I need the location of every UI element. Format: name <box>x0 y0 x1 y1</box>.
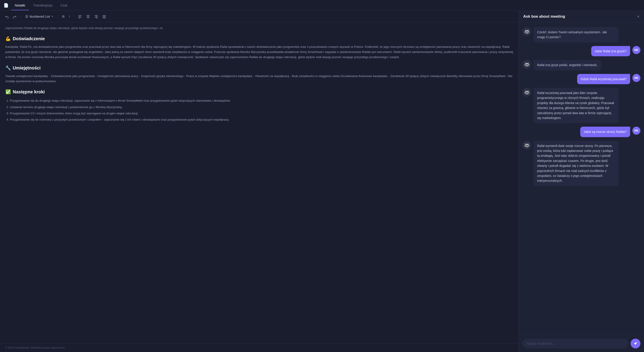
list-type-label: Numbered List <box>30 15 50 18</box>
chat-messages: 🦝 Cześć! Jestem Twoim wirtualnym asysten… <box>519 22 644 335</box>
section-heading-umiejetnosci: 🔧 Umiejętności <box>5 64 513 71</box>
toolbar: ☰ Numbered List ▼ B I <box>0 11 518 22</box>
section-doswiadczenie: 💪 Doświadczenie Kandydat, Rafał Fic, ma … <box>5 35 513 60</box>
chat-panel: Ask boe about meeting × 🦝 Cześć! Jestem … <box>519 11 644 352</box>
toolbar-divider-3 <box>74 14 74 19</box>
align-left-button[interactable] <box>77 14 83 19</box>
bold-button[interactable]: B <box>61 14 66 19</box>
message-bubble-bot: Cześć! Jestem Twoim wirtualnym asystente… <box>534 27 618 42</box>
document-icon: 📄 <box>4 3 8 8</box>
align-right-button[interactable] <box>93 14 99 19</box>
main-layout: ☰ Numbered List ▼ B I zaproszeniem Ra <box>0 11 644 352</box>
svg-rect-13 <box>103 16 106 16</box>
chevron-down-icon: ▼ <box>51 15 54 18</box>
notes-panel: ☰ Numbered List ▼ B I zaproszeniem Ra <box>0 11 519 352</box>
italic-button[interactable]: I <box>68 14 71 19</box>
note-intro: zaproszeniem Rafała do drugiego etapu re… <box>5 26 513 31</box>
svg-rect-10 <box>94 17 98 17</box>
list-item: Przygotowanie się do drugiego etapu rekr… <box>10 98 513 103</box>
toolbar-divider-1 <box>20 14 21 19</box>
undo-button[interactable] <box>4 14 10 19</box>
list-item: Przygotowanie się do rozmowy z przyszłym… <box>10 117 513 122</box>
chat-header: Ask boe about meeting × <box>519 11 644 22</box>
avatar-user: ME <box>632 46 640 54</box>
tab-transkrypcja[interactable]: Transkrypcja <box>30 1 56 10</box>
section-nastepne-kroki: ✅ Następne kroki Przygotowanie się do dr… <box>5 88 513 122</box>
message-bubble-bot: Rafał wcześniej pracował jako lider zesp… <box>534 88 618 123</box>
avatar-bot: 🦝 <box>522 60 531 69</box>
svg-rect-3 <box>78 18 80 18</box>
section-body-doswiadczenie: Kandydat, Rafał Fic, ma doświadczenie ja… <box>5 44 513 60</box>
svg-rect-8 <box>94 15 98 16</box>
toolbar-divider-2 <box>58 14 58 19</box>
chat-title: Ask boe about meeting <box>523 14 565 19</box>
svg-rect-12 <box>103 15 106 16</box>
list-item: Ustalenie terminu drugiego etapu rekruta… <box>10 105 513 110</box>
align-center-button[interactable] <box>85 14 91 19</box>
tab-czat[interactable]: Czat <box>57 1 71 10</box>
svg-rect-4 <box>86 15 90 16</box>
svg-rect-2 <box>78 17 82 17</box>
message-row: 🦝 Rafał wymienił dwie swoje mocne strony… <box>522 141 640 186</box>
section-umiejetnosci: 🔧 Umiejętności Twarde umiejętności kandy… <box>5 64 513 84</box>
message-bubble-user: Jakie są mocne strony Rafała? <box>580 127 630 137</box>
svg-rect-5 <box>87 16 89 16</box>
svg-rect-9 <box>96 16 98 16</box>
notes-footer: © 2023 SmartyMeet, Wszelkie prawa zastrz… <box>0 343 518 352</box>
message-row: ME Jakie są mocne strony Rafała? <box>522 127 640 137</box>
svg-rect-6 <box>86 17 90 17</box>
svg-rect-7 <box>87 18 89 18</box>
message-bubble-bot: Rafał zna język polski, angielski i niem… <box>534 60 601 70</box>
message-row: 🦝 Rafał wcześniej pracował jako lider ze… <box>522 88 640 123</box>
message-bubble-user: Gdzie Rafał wcześniej pracował? <box>577 74 630 84</box>
chat-input[interactable] <box>522 339 628 348</box>
next-steps-list: Przygotowanie się do drugiego etapu rekr… <box>10 98 513 122</box>
message-row: 🦝 Rafał zna język polski, angielski i ni… <box>522 60 640 70</box>
message-bubble-bot: Rafał wymienił dwie swoje mocne strony. … <box>534 141 618 186</box>
close-button[interactable]: × <box>637 14 640 19</box>
avatar-user: ME <box>632 74 640 82</box>
avatar-bot: 🦝 <box>522 141 531 150</box>
list-icon: ☰ <box>25 15 28 18</box>
emoji-doswiadczenie: 💪 <box>5 35 11 42</box>
svg-rect-1 <box>78 16 81 16</box>
copyright-text: © 2023 SmartyMeet, Wszelkie prawa zastrz… <box>5 346 65 349</box>
section-heading-nastepne-kroki: ✅ Następne kroki <box>5 88 513 95</box>
list-type-dropdown[interactable]: ☰ Numbered List ▼ <box>24 14 55 19</box>
section-title-umiejetnosci: Umiejętności <box>13 64 40 71</box>
message-bubble-user: Jakie Rafał zna języki? <box>591 46 630 56</box>
redo-button[interactable] <box>12 14 18 19</box>
emoji-nastepne-kroki: ✅ <box>5 88 11 95</box>
emoji-umiejetnosci: 🔧 <box>5 64 11 71</box>
avatar-bot: 🦝 <box>522 27 531 36</box>
avatar-user: ME <box>632 127 640 135</box>
tab-bar: 📄 Notatki Transkrypcja Czat <box>0 0 644 11</box>
svg-rect-15 <box>103 18 106 18</box>
svg-rect-11 <box>96 18 98 18</box>
section-body-umiejetnosci: Twarde umiejętności kandydata: - Doświad… <box>5 74 513 84</box>
message-row: 🦝 Cześć! Jestem Twoim wirtualnym asysten… <box>522 27 640 42</box>
list-item: Przygotowanie CV i innych dokumentów, kt… <box>10 111 513 116</box>
message-row: ME Jakie Rafał zna języki? <box>522 46 640 56</box>
section-heading-doswiadczenie: 💪 Doświadczenie <box>5 35 513 42</box>
chat-input-area <box>519 335 644 352</box>
align-justify-button[interactable] <box>101 14 107 19</box>
send-button[interactable] <box>630 339 640 349</box>
svg-rect-14 <box>103 17 106 17</box>
section-title-doswiadczenie: Doświadczenie <box>13 35 45 42</box>
svg-rect-0 <box>78 15 82 16</box>
section-title-nastepne-kroki: Następne kroki <box>13 88 45 95</box>
message-row: ME Gdzie Rafał wcześniej pracował? <box>522 74 640 84</box>
tab-notatki[interactable]: Notatki <box>11 1 29 10</box>
avatar-bot: 🦝 <box>522 88 531 97</box>
notes-content: zaproszeniem Rafała do drugiego etapu re… <box>0 22 518 343</box>
